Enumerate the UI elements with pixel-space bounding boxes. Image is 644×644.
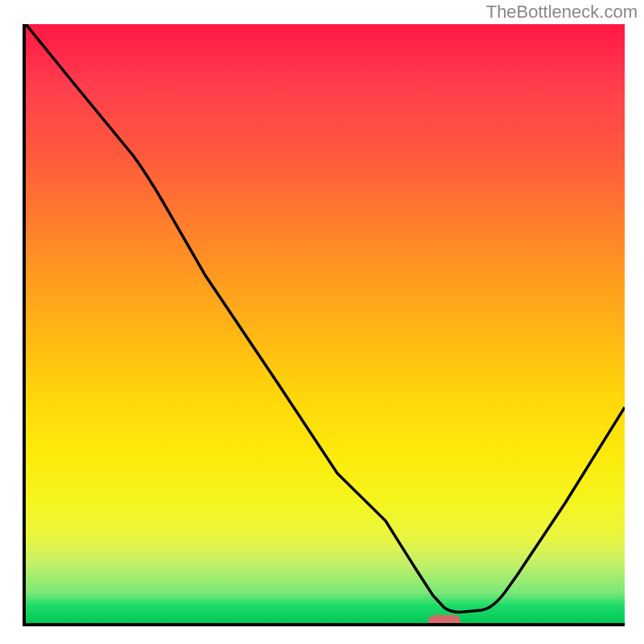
watermark-text: TheBottleneck.com (486, 2, 638, 23)
bottleneck-curve (26, 24, 625, 612)
optimal-marker (428, 615, 460, 626)
chart-container: TheBottleneck.com (0, 0, 644, 644)
curve-svg (26, 24, 625, 623)
plot-area (23, 24, 625, 626)
